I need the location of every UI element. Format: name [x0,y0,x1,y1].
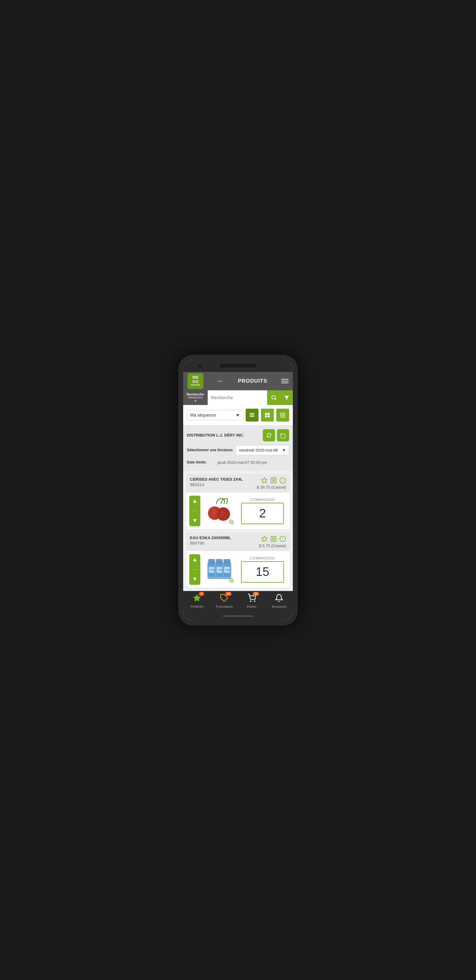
svg-text:eska: eska [226,569,230,571]
qty-menu-1[interactable]: ··· [189,507,200,515]
filter-button[interactable] [280,390,293,405]
nav-item-promotions[interactable]: 13 Promotions [213,594,235,608]
search-label-bottom: PRODUITS [188,396,203,399]
home-indicator [223,616,253,617]
search-input-wrap [208,390,267,405]
favoris-badge: 2 [199,592,204,596]
svg-rect-7 [265,415,267,417]
qty-box-2[interactable]: 15 [241,561,284,583]
delivery-value: vendredi 2020-mai-08 [239,448,277,452]
delivery-row: Sélectionner une livraison vendredi 2020… [187,445,289,455]
info-icon-2[interactable] [279,536,286,542]
qty-down-1[interactable]: ▼ [189,515,200,526]
svg-line-52 [232,581,234,582]
nav-icon-panier-wrap: 34 [247,594,256,603]
date-limit-label: Date limite: [187,460,218,465]
panier-label: Panier [247,605,257,608]
sync-button[interactable] [263,429,275,441]
favorite-icon-1[interactable] [261,477,268,484]
menu-button[interactable] [281,379,288,383]
svg-rect-6 [268,413,270,415]
products-list: CERISES AVEC TIGES 2X4L 984314 [183,471,293,591]
distribution-actions [263,429,289,441]
view-list-button[interactable] [246,409,258,422]
refresh-button[interactable] [277,429,289,441]
svg-point-58 [254,601,255,601]
favoris-label: Préférés [191,605,204,608]
search-label[interactable]: Recherche PRODUITS ▼ [183,390,208,405]
zoom-icon-1[interactable] [229,519,235,526]
date-limit-row: Date limite: jeudi 2020-mai-07 02:00 pm [187,458,289,467]
promotions-label: Promotions [216,605,233,608]
list-icon-1[interactable] [270,477,277,484]
nav-icon-annonces-wrap [275,594,283,603]
distribution-header: DISTRIBUTION L.J. DÉRY INC. [187,429,289,441]
product-icons-2 [261,536,286,542]
view-grid-button[interactable] [261,409,274,422]
grid-view-icon [264,412,271,418]
menu-line-3 [281,383,288,383]
delivery-select[interactable]: vendredi 2020-mai-08 ▼ [236,445,289,455]
list-view-icon [249,412,255,418]
sequence-label: Ma séquence [190,413,216,418]
nav-item-panier[interactable]: 34 Panier [241,594,263,608]
nav-item-annonces[interactable]: Annonces [268,594,290,608]
svg-marker-30 [261,536,267,541]
table-view-icon [280,412,286,418]
toolbar: Ma séquence ▼ [183,405,293,425]
product-code-1: 984314 [190,482,243,487]
promotions-badge: 13 [225,592,232,596]
menu-line-2 [281,381,288,382]
product-name-1: CERISES AVEC TIGES 2X4L [190,477,243,482]
svg-rect-46 [216,559,223,563]
refresh-icon [280,432,286,438]
list-icon-2[interactable] [270,536,277,542]
svg-rect-45 [208,559,215,563]
nav-item-favoris[interactable]: 2 Préférés [186,594,208,608]
svg-rect-4 [250,416,255,417]
product-image-2[interactable]: eska eska eska [204,554,235,585]
search-input[interactable] [208,395,267,400]
svg-rect-5 [265,413,267,415]
view-table-button[interactable] [276,409,289,422]
product-code-2: 984746 [190,541,231,546]
bell-nav-icon [275,594,283,602]
product-price-1: $ 39.75 (Caisse) [257,485,286,490]
product-body-2: ▲ ··· ▼ [186,551,290,588]
product-info-1: CERISES AVEC TIGES 2X4L 984314 [190,477,243,487]
qty-box-1[interactable]: 2 [241,503,284,524]
qty-up-2[interactable]: ▲ [189,554,200,565]
app-header: WE GO TRADE ← PRODUITS [183,372,293,390]
svg-point-0 [272,396,275,399]
zoom-icon-2[interactable] [229,578,235,585]
svg-point-23 [212,510,217,515]
search-label-arrow: ▼ [194,399,197,402]
qty-controls-2: ▲ ··· ▼ [189,554,200,585]
nav-icon-favoris-wrap: 2 [193,594,201,603]
qty-label-1: COMMANDÉE [250,498,275,501]
back-button[interactable]: ← [217,377,224,385]
qty-up-1[interactable]: ▲ [189,496,200,507]
delivery-arrow: ▼ [282,448,286,452]
product-price-2: $ 5.75 (Caisse) [259,544,286,548]
annonces-label: Annonces [272,605,287,608]
qty-controls-1: ▲ ··· ▼ [189,496,200,526]
sequence-select[interactable]: Ma séquence ▼ [187,410,243,420]
favorite-icon-2[interactable] [261,536,268,542]
panier-badge: 34 [253,592,259,596]
qty-down-2[interactable]: ▼ [189,574,200,585]
product-header-2: EAU ESKA 24X500ML 984746 [186,533,290,551]
search-button[interactable] [267,390,280,405]
product-image-1[interactable] [204,496,235,526]
sync-icon [266,432,272,438]
logo: WE GO TRADE [188,373,204,389]
qty-menu-2[interactable]: ··· [189,565,200,574]
search-icon [271,395,277,401]
page-title: PRODUITS [238,378,267,384]
svg-rect-2 [250,413,255,414]
bottom-nav: 2 Préférés 13 Promotions [183,591,293,611]
svg-marker-14 [261,477,267,482]
status-bar [183,360,293,372]
menu-line-1 [281,379,288,380]
info-icon-1[interactable] [279,477,286,484]
